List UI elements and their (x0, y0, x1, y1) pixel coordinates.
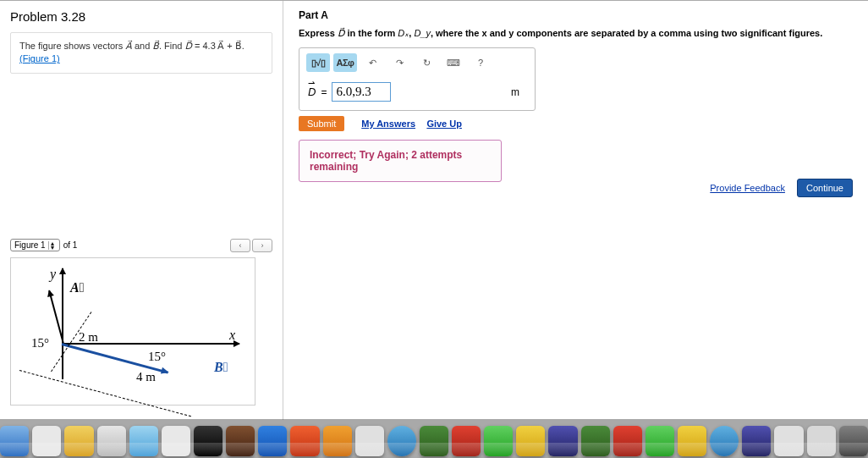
my-answers-link[interactable]: My Answers (361, 119, 415, 129)
left-panel: Problem 3.28 The figure shows vectors A⃗… (0, 1, 283, 420)
instr-dx: Dₓ (398, 28, 409, 38)
right-panel: Part A Express D⃗ in the form Dₓ, D_y, w… (283, 1, 868, 420)
instr-dy: D_y (414, 28, 431, 38)
stmt-eq: = 4.3 A⃗ + B⃗. (192, 41, 244, 51)
macos-dock[interactable] (0, 419, 868, 420)
continue-button[interactable]: Continue (797, 179, 853, 197)
give-up-link[interactable]: Give Up (426, 119, 462, 129)
part-a-label: Part A (299, 9, 853, 21)
length-b-label: 4 m (136, 370, 156, 384)
reset-button[interactable]: ↻ (415, 53, 438, 72)
answer-box: ▯√▯ ΑΣφ ↶ ↷ ↻ ⌨ ? D = m (299, 47, 536, 111)
stmt-mid: and (132, 41, 152, 51)
vector-b-label: B⃗ (214, 360, 228, 375)
figure-bar: Figure 1 ▴▾ of 1 ‹ › (10, 239, 272, 252)
figure-select[interactable]: Figure 1 ▴▾ (10, 239, 60, 251)
undo-button[interactable]: ↶ (360, 53, 384, 72)
stmt-post: . Find (159, 41, 185, 51)
submit-row: Submit My Answers Give Up (299, 116, 853, 131)
vector-a-symbol: A⃗ (125, 41, 132, 51)
greek-button[interactable]: ΑΣφ (333, 53, 357, 72)
equals-sign: = (321, 86, 327, 98)
instr-post: , where the x and y components are separ… (431, 28, 822, 38)
unit-label: m (511, 86, 526, 98)
figure-next-button[interactable]: › (252, 239, 272, 252)
answer-row: D = m (299, 77, 535, 110)
instruction-line: Express D⃗ in the form Dₓ, D_y, where th… (299, 28, 853, 39)
problem-title: Problem 3.28 (10, 9, 272, 24)
vector-a-label: A⃗ (70, 280, 85, 295)
figure-link[interactable]: (Figure 1) (19, 53, 60, 63)
figure-of-text: of 1 (63, 240, 78, 250)
figure-prev-button[interactable]: ‹ (230, 239, 250, 252)
templates-button[interactable]: ▯√▯ (306, 53, 330, 72)
vector-d-symbol: D⃗ (184, 41, 191, 51)
stepper-icon: ▴▾ (48, 241, 56, 250)
dashed-line-2 (19, 370, 191, 417)
answer-label-d: D (308, 86, 316, 98)
answer-toolbar: ▯√▯ ΑΣφ ↶ ↷ ↻ ⌨ ? (299, 48, 535, 77)
figure-image: y x A⃗ B⃗ 15° 15° 2 m 4 m (10, 257, 255, 406)
submit-button[interactable]: Submit (299, 116, 344, 131)
provide-feedback-link[interactable]: Provide Feedback (710, 183, 785, 193)
stmt-pre: The figure shows vectors (19, 41, 125, 51)
keyboard-button[interactable]: ⌨ (442, 53, 465, 72)
vector-b-symbol: B⃗ (152, 41, 159, 51)
angle-1-label: 15° (31, 336, 49, 350)
instr-mid: in the form (344, 28, 398, 38)
help-button[interactable]: ? (469, 53, 492, 72)
redo-button[interactable]: ↷ (387, 53, 411, 72)
figure-select-label: Figure 1 (14, 240, 46, 250)
y-axis-label: y (50, 267, 56, 282)
feedback-message: Incorrect; Try Again; 2 attempts remaini… (299, 140, 502, 182)
problem-statement-box: The figure shows vectors A⃗ and B⃗. Find… (10, 32, 272, 74)
answer-input[interactable] (332, 82, 391, 102)
length-a-label: 2 m (79, 330, 98, 345)
y-axis (62, 268, 63, 379)
x-axis-label: x (229, 328, 235, 343)
instr-pre: Express (299, 28, 338, 38)
footer-links: Provide Feedback Continue (710, 179, 853, 197)
angle-2-label: 15° (148, 350, 166, 364)
